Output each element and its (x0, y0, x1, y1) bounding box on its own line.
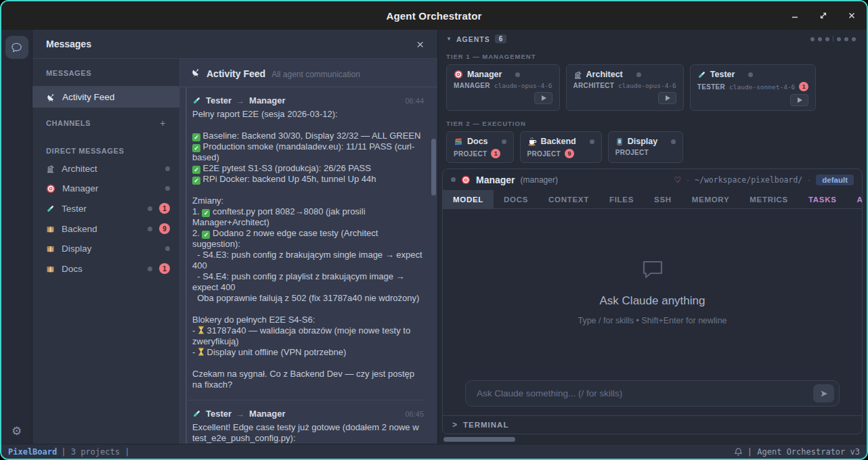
run-agent-button[interactable] (534, 92, 552, 104)
presence-dot (502, 139, 506, 144)
agent-detail-header: Manager (manager) ♡ · ~/workspace/pixelb… (443, 169, 862, 190)
agent-card-architect[interactable]: ArchitectARCHITECTclaude-opus-4-6 (566, 64, 684, 111)
presence-dot (165, 246, 170, 251)
sidebar-item-label: Display (62, 244, 158, 254)
agent-card-docs[interactable]: DocsPROJECT1 (446, 131, 514, 163)
tab-context[interactable]: CONTEXT (538, 190, 599, 208)
tab-audit[interactable]: AUDIT (847, 190, 863, 208)
message-header: Tester→Manager06:44 (192, 95, 424, 106)
messages-rail-button[interactable] (5, 36, 28, 59)
tab-memory[interactable]: MEMORY (682, 190, 740, 208)
collapse-caret-icon: ▼ (446, 36, 452, 42)
books-icon (454, 137, 463, 146)
message: Tester→Manager06:44Pełny raport E2E (ses… (186, 87, 425, 400)
messages-sidebar: MESSAGES Activity Feed CHANNELS + DIRECT… (32, 59, 180, 444)
feed-scrollbar[interactable] (431, 139, 436, 196)
phone-icon (615, 137, 624, 146)
check-icon: ✓ (202, 209, 210, 217)
branch-badge[interactable]: default (816, 175, 854, 185)
tier2-label: TIER 2 — EXECUTION (442, 111, 863, 131)
close-icon[interactable]: × (416, 38, 424, 51)
presence-dot (748, 72, 753, 77)
agent-card-name: Backend (541, 137, 576, 146)
agent-card-name: Architect (586, 70, 623, 79)
settings-button[interactable]: ⚙ (12, 426, 22, 437)
target-icon (461, 175, 471, 185)
left-rail: ⚙ (1, 30, 32, 444)
check-icon: ✓ (192, 166, 200, 174)
test-tube-icon (192, 96, 201, 105)
agent-card-role: MANAGER (454, 82, 490, 89)
agent-card-model: claude-opus-4-6 (494, 82, 552, 89)
horizontal-scrollbar[interactable] (442, 436, 863, 443)
tab-model[interactable]: MODEL (443, 190, 494, 208)
titlebar: Agent Orchestrator (1, 1, 867, 30)
add-channel-button[interactable]: + (160, 118, 166, 129)
agents-bar[interactable]: ▼ AGENTS 6 (442, 30, 863, 48)
tab-metrics[interactable]: METRICS (739, 190, 798, 208)
tab-docs[interactable]: DOCS (494, 190, 538, 208)
chat-input-row (443, 375, 862, 415)
agent-card-name: Tester (710, 70, 735, 79)
unread-badge: 1 (799, 82, 808, 91)
message: Tester→Manager06:45Excellent! Edge case … (186, 400, 425, 444)
direct-messages-section-header: DIRECT MESSAGES (32, 137, 179, 159)
message-to: Manager (249, 409, 285, 419)
app-window: Agent Orchestrator ⚙ Me (0, 0, 868, 460)
scrollbar-thumb[interactable] (443, 437, 515, 442)
agent-card-backend[interactable]: BackendPROJECT9 (520, 131, 602, 163)
tab-files[interactable]: FILES (599, 190, 644, 208)
run-agent-button[interactable] (658, 92, 676, 104)
sidebar-item-label: Backend (62, 224, 141, 234)
agent-card-name: Manager (467, 70, 502, 79)
agents-count-badge: 6 (495, 34, 507, 43)
target-icon (454, 70, 463, 79)
messages-panel-title: Messages (46, 39, 91, 49)
activity-feed-subtitle: All agent communication (272, 70, 360, 79)
check-icon: ✓ (192, 144, 200, 152)
sidebar-item-label: Docs (62, 264, 141, 274)
agent-status-dot (852, 37, 856, 41)
check-icon: ✓ (192, 177, 200, 185)
presence-dot (165, 166, 170, 171)
window-controls (789, 1, 857, 30)
agent-card-manager[interactable]: ManagerMANAGERclaude-opus-4-6 (446, 64, 560, 111)
sidebar-item-activity-feed[interactable]: Activity Feed (32, 87, 179, 108)
sidebar-item-architect[interactable]: Architect (32, 159, 179, 179)
heart-icon[interactable]: ♡ (674, 175, 681, 185)
minimize-button[interactable] (789, 10, 800, 21)
agent-card-name: Display (628, 137, 657, 146)
message-to: Manager (249, 95, 285, 106)
message-body: Excellent! Edge case testy już gotowe (d… (192, 422, 424, 444)
sidebar-item-manager[interactable]: Manager (32, 179, 179, 198)
workspace-path: ~/workspace/pixelboard/ (695, 175, 802, 185)
bell-icon[interactable] (734, 447, 743, 457)
run-agent-button[interactable] (790, 94, 808, 106)
presence-dot (515, 72, 520, 77)
presence-dot (671, 139, 676, 144)
agent-status-dot (825, 37, 829, 41)
tab-ssh[interactable]: SSH (644, 190, 682, 208)
agent-card-tester[interactable]: TesterTESTERclaude-sonnet-4-61 (690, 64, 816, 111)
sidebar-item-display[interactable]: Display (32, 239, 179, 258)
chat-input[interactable] (475, 388, 813, 399)
sidebar-item-label: Architect (62, 164, 158, 174)
sidebar-item-label: Manager (62, 183, 158, 193)
unread-badge: 9 (159, 223, 170, 234)
tab-tasks[interactable]: TASKS (798, 190, 847, 208)
sidebar-item-docs[interactable]: Docs1 (32, 258, 179, 279)
message-list[interactable]: Tester→Manager06:44Pełny raport E2E (ses… (180, 87, 437, 444)
send-button[interactable] (813, 384, 834, 402)
statusbar-version: | Agent Orchestrator v3 (747, 447, 860, 457)
play-icon (666, 95, 670, 101)
statusbar-projects: | 3 projects | (61, 447, 129, 457)
close-button[interactable] (846, 10, 857, 21)
agents-status-dots (810, 36, 859, 42)
terminal-toggle[interactable]: > TERMINAL (443, 415, 862, 434)
chat-empty-state: Ask Claude anything Type / for skills • … (443, 209, 862, 375)
agent-card-display[interactable]: DisplayPROJECT (608, 131, 683, 163)
sidebar-item-tester[interactable]: Tester1 (32, 198, 179, 218)
maximize-button[interactable] (818, 10, 829, 21)
sidebar-item-backend[interactable]: Backend9 (32, 218, 179, 239)
agent-card-model: claude-sonnet-4-6 (729, 83, 795, 91)
